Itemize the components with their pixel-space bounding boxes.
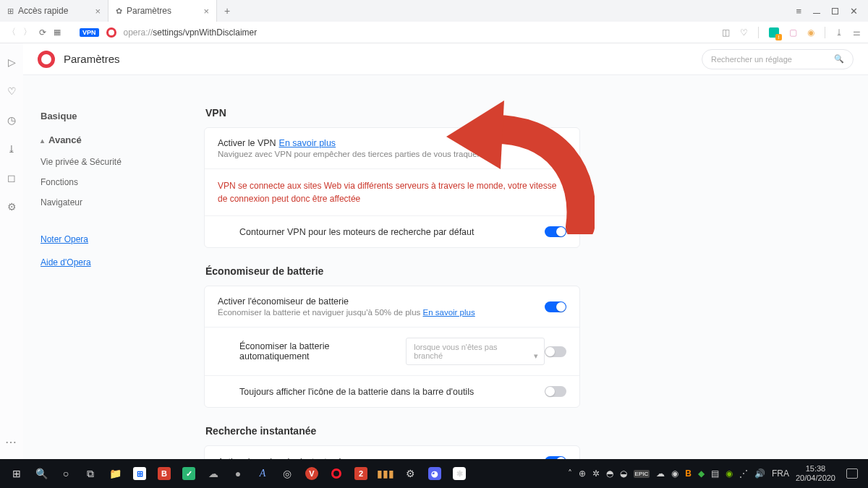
extension-icon[interactable]: ◉: [807, 27, 814, 38]
heart-icon[interactable]: ♡: [7, 85, 17, 97]
settings-icon[interactable]: ⚙: [7, 201, 17, 213]
windows-taskbar: ⊞ 🔍 ○ ⧉ 📁 ⊞ B ✓ ☁ ● A ◎ V 2 ▮▮▮ ⚙ ◕ ✱ ˄ …: [0, 459, 868, 488]
maximize-button[interactable]: [832, 8, 838, 14]
easy-setup-icon[interactable]: ⚌: [853, 27, 861, 38]
forward-button[interactable]: 〉: [23, 26, 32, 38]
close-button[interactable]: ✕: [850, 6, 858, 17]
url-path: settings/vpnWithDisclaimer: [153, 27, 257, 38]
settings-search[interactable]: Rechercher un réglage 🔍: [702, 49, 854, 69]
sidebar-item-basic[interactable]: Basique: [41, 104, 175, 128]
battery-toggle[interactable]: [545, 301, 566, 312]
taskbar-app[interactable]: B: [152, 459, 176, 488]
sidebar-item-privacy[interactable]: Vie privée & Sécurité: [41, 152, 175, 172]
heart-icon[interactable]: ♡: [740, 27, 748, 38]
downloads-icon[interactable]: ⤓: [835, 27, 843, 38]
back-button[interactable]: 〈: [7, 26, 16, 38]
sidebar-item-advanced[interactable]: Avancé: [41, 128, 175, 152]
tab-label: Accès rapide: [18, 6, 68, 16]
start-button[interactable]: ⊞: [4, 459, 29, 488]
taskbar-app[interactable]: 📁: [103, 459, 127, 488]
settings-sidebar: Basique Avancé Vie privée & Sécurité Fon…: [23, 75, 175, 459]
taskbar-app[interactable]: V: [299, 459, 324, 488]
vpn-badge[interactable]: VPN: [80, 28, 99, 37]
tray-clock[interactable]: 15:38 20/04/2020: [796, 464, 835, 483]
battery-auto-select[interactable]: lorsque vous n'êtes pas branché: [406, 338, 545, 365]
vpn-bypass-toggle[interactable]: [545, 226, 566, 237]
tray-icon[interactable]: ✲: [592, 468, 600, 479]
taskbar-app-steam[interactable]: ⚙: [398, 459, 422, 488]
taskbar-app[interactable]: A: [250, 459, 275, 488]
tray-icon[interactable]: ◓: [606, 468, 613, 479]
play-icon[interactable]: ▷: [8, 56, 16, 68]
taskbar-app[interactable]: ◎: [275, 459, 299, 488]
task-view-icon[interactable]: ⧉: [78, 459, 103, 488]
title-bar: ⊞ Accès rapide × ✿ Paramètres × + ≡ ✕: [0, 0, 868, 22]
page-title: Paramètres: [64, 53, 120, 65]
row-title: Économiser la batterie automatiquement: [239, 341, 397, 361]
taskbar-app-discord[interactable]: ◕: [422, 459, 447, 488]
more-icon[interactable]: ⋯: [5, 435, 18, 449]
taskbar-app-opera[interactable]: [324, 459, 349, 488]
battery-icon-toggle[interactable]: [545, 386, 566, 397]
new-tab-button[interactable]: +: [217, 0, 237, 22]
sidebar-item-browser[interactable]: Navigateur: [41, 192, 175, 213]
settings-header: Paramètres Rechercher un réglage 🔍: [23, 43, 868, 75]
tray-language[interactable]: FRA: [772, 468, 789, 479]
tray-icon[interactable]: ⊕: [579, 468, 586, 479]
tray-chevron-icon[interactable]: ˄: [568, 468, 572, 479]
learn-more-link[interactable]: En savoir plus: [422, 308, 475, 317]
reload-button[interactable]: ⟳: [39, 27, 46, 38]
settings-main: VPN Activer le VPNEn savoir plus Navigue…: [204, 75, 609, 459]
help-opera-link[interactable]: Aide d'Opera: [41, 253, 175, 272]
vpn-enable-row: Activer le VPNEn savoir plus Naviguez av…: [205, 128, 579, 168]
battery-enable-row: Activer l'économiseur de batterie Économ…: [205, 286, 579, 327]
separator: [758, 27, 759, 38]
vpn-toggle[interactable]: [545, 143, 566, 154]
taskbar-app-slack[interactable]: ✱: [447, 459, 472, 488]
taskbar-app[interactable]: ⊞: [127, 459, 152, 488]
notifications-icon[interactable]: [846, 468, 858, 479]
row-title: Toujours afficher l'icône de la batterie…: [239, 387, 545, 397]
vpn-card: Activer le VPNEn savoir plus Naviguez av…: [204, 127, 580, 248]
tab-settings[interactable]: ✿ Paramètres ×: [109, 0, 217, 22]
taskbar-app[interactable]: ☁: [201, 459, 226, 488]
close-icon[interactable]: ×: [203, 6, 209, 17]
extension-icon[interactable]: [769, 27, 779, 38]
tabs-menu-icon[interactable]: ≡: [796, 6, 801, 17]
close-icon[interactable]: ×: [95, 6, 101, 17]
taskbar-app[interactable]: 2: [349, 459, 373, 488]
taskbar-app[interactable]: ●: [226, 459, 250, 488]
tray-wifi-icon[interactable]: ⋰: [739, 468, 748, 479]
taskbar-app[interactable]: ▮▮▮: [373, 459, 398, 488]
battery-auto-toggle[interactable]: [545, 346, 566, 357]
rate-opera-link[interactable]: Noter Opera: [41, 230, 175, 249]
snapshot-icon[interactable]: ◫: [722, 27, 730, 38]
downloads-icon[interactable]: ⤓: [7, 143, 16, 155]
tray-volume-icon[interactable]: 🔊: [754, 468, 765, 479]
tab-quick-access[interactable]: ⊞ Accès rapide ×: [0, 0, 109, 22]
cortana-icon[interactable]: ○: [54, 459, 78, 488]
url-field[interactable]: opera://settings/vpnWithDisclaimer: [124, 27, 258, 38]
tray-icon[interactable]: ▤: [711, 468, 719, 479]
apps-icon[interactable]: ▦: [54, 27, 61, 37]
tray-icon[interactable]: ◆: [698, 468, 705, 479]
tray-icon[interactable]: B: [685, 468, 692, 479]
taskbar-app[interactable]: ✓: [176, 459, 201, 488]
gear-icon: ✿: [116, 7, 122, 16]
sidebar-item-features[interactable]: Fonctions: [41, 172, 175, 192]
tray-icon[interactable]: EPIC: [634, 470, 650, 478]
extensions-icon[interactable]: ◻: [7, 172, 16, 184]
battery-auto-row: Économiser la batterie automatiquement l…: [205, 327, 579, 375]
search-button[interactable]: 🔍: [29, 459, 54, 488]
extension-icon[interactable]: ▢: [789, 27, 797, 38]
tray-nvidia-icon[interactable]: ◉: [726, 468, 733, 479]
history-icon[interactable]: ◷: [7, 114, 16, 126]
opera-logo-icon: [38, 51, 55, 68]
tray-onedrive-icon[interactable]: ☁: [656, 468, 665, 479]
tray-icon[interactable]: ◒: [620, 468, 627, 479]
learn-more-link[interactable]: En savoir plus: [279, 138, 336, 148]
battery-icon-row: Toujours afficher l'icône de la batterie…: [205, 375, 579, 407]
minimize-button[interactable]: [813, 13, 820, 14]
row-desc: Économiser la batterie et naviguer jusqu…: [218, 308, 545, 317]
tray-icon[interactable]: ◉: [671, 468, 678, 479]
